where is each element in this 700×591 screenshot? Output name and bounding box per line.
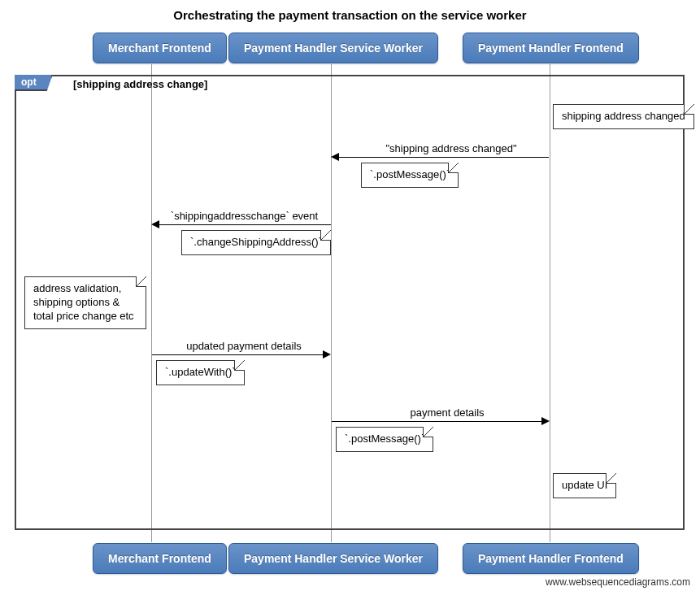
participant-sw-bottom: Payment Handler Service Worker <box>228 543 438 574</box>
msg2-label: `shippingaddresschange` event <box>161 210 328 222</box>
note-shipping-changed: shipping address changed <box>553 104 694 129</box>
watermark: www.websequencediagrams.com <box>546 576 690 588</box>
msg3-arrow <box>152 354 328 355</box>
note-address-validation: address validation, shipping options & t… <box>24 276 146 329</box>
msg3-label: updated payment details <box>179 340 309 352</box>
note-update-ui: update UI <box>553 473 616 498</box>
opt-tag: opt <box>15 75 53 91</box>
diagram-title: Orchestrating the payment transaction on… <box>0 8 700 22</box>
participant-merchant-top: Merchant Frontend <box>93 33 227 63</box>
participant-frontend-bottom: Payment Handler Frontend <box>463 543 639 574</box>
msg1-arrow <box>334 157 549 158</box>
msg2-method-note: `.changeShippingAddress()` <box>181 230 331 255</box>
opt-condition: [shipping address change] <box>73 78 207 90</box>
msg4-arrowhead <box>541 417 550 425</box>
msg3-arrowhead <box>323 350 331 359</box>
msg4-arrow <box>332 421 546 422</box>
msg2-arrow <box>154 224 331 225</box>
msg1-label: "shipping address changed" <box>358 142 545 154</box>
participant-sw-top: Payment Handler Service Worker <box>228 33 438 63</box>
msg2-arrowhead <box>151 220 159 228</box>
msg4-method-note: `.postMessage()` <box>336 427 433 452</box>
msg1-arrowhead <box>331 153 339 161</box>
msg3-method-note: `.updateWith()` <box>156 360 245 385</box>
participant-frontend-top: Payment Handler Frontend <box>463 33 639 63</box>
participant-merchant-bottom: Merchant Frontend <box>93 543 227 574</box>
msg1-method-note: `.postMessage()` <box>361 163 459 188</box>
msg4-label: payment details <box>398 406 496 419</box>
